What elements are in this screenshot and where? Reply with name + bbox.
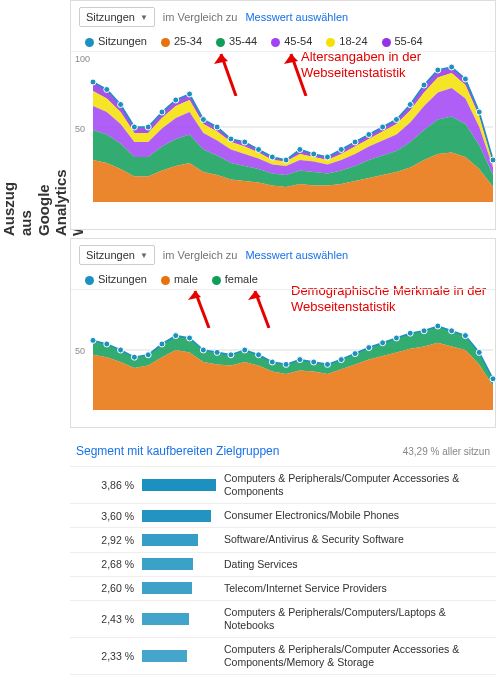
- table-row[interactable]: 3,86 %Computers & Peripherals/Computer A…: [70, 466, 496, 503]
- svg-point-18: [269, 154, 275, 160]
- svg-point-63: [407, 330, 413, 336]
- svg-point-7: [118, 102, 124, 108]
- svg-point-12: [187, 91, 193, 97]
- svg-point-28: [407, 102, 413, 108]
- row-label: Computers & Peripherals/Computer Accesso…: [224, 643, 490, 669]
- svg-point-64: [421, 328, 427, 334]
- legend-item: 55-64: [382, 35, 423, 47]
- svg-point-41: [104, 341, 110, 347]
- legend-item: 25-34: [161, 35, 202, 47]
- chevron-down-icon: ▼: [140, 13, 148, 22]
- legend-item: Sitzungen: [85, 273, 147, 285]
- row-bar: [134, 582, 224, 594]
- chart-gender: 50: [71, 289, 495, 409]
- row-percent: 3,86 %: [76, 479, 134, 491]
- svg-point-54: [283, 361, 289, 367]
- row-bar: [134, 650, 224, 662]
- segment-title[interactable]: Segment mit kaufbereiten Zielgruppen: [76, 444, 279, 458]
- toolbar-age: Sitzungen ▼ im Vergleich zu Messwert aus…: [71, 1, 495, 33]
- y-tick: 50: [75, 346, 85, 356]
- svg-point-20: [297, 147, 303, 153]
- row-bar: [134, 534, 224, 546]
- metric-dropdown-label: Sitzungen: [86, 11, 135, 23]
- svg-point-14: [214, 124, 220, 130]
- table-row[interactable]: 2,68 %Dating Services: [70, 552, 496, 576]
- svg-point-57: [324, 361, 330, 367]
- legend-swatch: [161, 38, 170, 47]
- svg-point-21: [311, 151, 317, 157]
- svg-point-23: [338, 147, 344, 153]
- table-row[interactable]: 2,11 %Telecom/Mobile Phone Service Provi…: [70, 674, 496, 681]
- svg-point-50: [228, 352, 234, 358]
- svg-point-67: [462, 333, 468, 339]
- svg-point-24: [352, 139, 358, 145]
- row-label: Consumer Electronics/Mobile Phones: [224, 509, 490, 522]
- legend-swatch: [85, 38, 94, 47]
- compare-label: im Vergleich zu: [163, 249, 238, 261]
- svg-point-26: [380, 124, 386, 130]
- svg-point-10: [159, 109, 165, 115]
- legend-label: Sitzungen: [98, 35, 147, 47]
- svg-point-5: [90, 79, 96, 85]
- svg-point-29: [421, 82, 427, 88]
- legend-swatch: [85, 276, 94, 285]
- metric-dropdown[interactable]: Sitzungen ▼: [79, 245, 155, 265]
- svg-point-49: [214, 349, 220, 355]
- table-row[interactable]: 3,60 %Consumer Electronics/Mobile Phones: [70, 503, 496, 527]
- segment-head: Segment mit kaufbereiten Zielgruppen 43,…: [70, 440, 496, 466]
- toolbar-gender: Sitzungen ▼ im Vergleich zu Messwert aus…: [71, 239, 495, 271]
- svg-point-69: [490, 376, 496, 382]
- row-label: Dating Services: [224, 558, 490, 571]
- svg-point-43: [131, 354, 137, 360]
- legend-item: Sitzungen: [85, 35, 147, 47]
- table-row[interactable]: 2,60 %Telecom/Internet Service Providers: [70, 576, 496, 600]
- svg-point-11: [173, 97, 179, 103]
- svg-point-68: [476, 349, 482, 355]
- legend-swatch: [382, 38, 391, 47]
- metric-dropdown[interactable]: Sitzungen ▼: [79, 7, 155, 27]
- compare-label: im Vergleich zu: [163, 11, 238, 23]
- row-label: Telecom/Internet Service Providers: [224, 582, 490, 595]
- row-bar: [134, 479, 224, 491]
- svg-point-58: [338, 357, 344, 363]
- svg-point-60: [366, 345, 372, 351]
- svg-point-56: [311, 359, 317, 365]
- svg-point-51: [242, 347, 248, 353]
- svg-point-19: [283, 157, 289, 163]
- pick-metric-link[interactable]: Messwert auswählen: [245, 11, 348, 23]
- pick-metric-link[interactable]: Messwert auswählen: [245, 249, 348, 261]
- svg-point-15: [228, 136, 234, 142]
- row-percent: 3,60 %: [76, 510, 134, 522]
- svg-point-48: [200, 347, 206, 353]
- svg-point-33: [476, 109, 482, 115]
- svg-point-34: [490, 157, 496, 163]
- row-percent: 2,60 %: [76, 582, 134, 594]
- svg-point-40: [90, 337, 96, 343]
- legend-swatch: [161, 276, 170, 285]
- segment-table: Segment mit kaufbereiten Zielgruppen 43,…: [70, 440, 496, 681]
- svg-point-55: [297, 357, 303, 363]
- chevron-down-icon: ▼: [140, 251, 148, 260]
- row-bar: [134, 613, 224, 625]
- row-percent: 2,33 %: [76, 650, 134, 662]
- legend-label: 55-64: [395, 35, 423, 47]
- table-row[interactable]: 2,43 %Computers & Peripherals/Computers/…: [70, 600, 496, 637]
- legend-label: Sitzungen: [98, 273, 147, 285]
- metric-dropdown-label: Sitzungen: [86, 249, 135, 261]
- svg-point-13: [200, 117, 206, 123]
- row-percent: 2,92 %: [76, 534, 134, 546]
- svg-point-42: [118, 347, 124, 353]
- svg-point-44: [145, 352, 151, 358]
- row-label: Computers & Peripherals/Computers/Laptop…: [224, 606, 490, 632]
- svg-point-46: [173, 333, 179, 339]
- svg-point-22: [324, 154, 330, 160]
- svg-point-31: [449, 64, 455, 70]
- row-percent: 2,43 %: [76, 613, 134, 625]
- y-tick: 50: [75, 124, 85, 134]
- svg-point-61: [380, 340, 386, 346]
- table-row[interactable]: 2,92 %Software/Antivirus & Security Soft…: [70, 527, 496, 551]
- svg-point-16: [242, 139, 248, 145]
- svg-point-66: [449, 328, 455, 334]
- table-row[interactable]: 2,33 %Computers & Peripherals/Computer A…: [70, 637, 496, 674]
- svg-point-62: [393, 335, 399, 341]
